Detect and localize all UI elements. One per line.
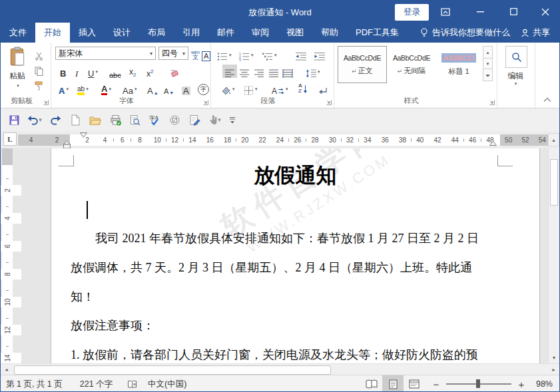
word-count-indicator[interactable]: 221 个字 [80, 379, 113, 390]
underline-button[interactable]: U▾ [88, 65, 98, 78]
style-normal[interactable]: AaBbCcDdE ↵正文 [338, 46, 387, 83]
vertical-scrollbar-thumb[interactable] [550, 159, 558, 206]
align-center-button[interactable] [240, 65, 249, 78]
undo-button[interactable]: ▾ [26, 114, 43, 126]
bullets-button[interactable]: ▾ [217, 48, 232, 61]
subscript-button[interactable]: x2 [129, 65, 136, 78]
first-line-indent-marker[interactable] [80, 132, 87, 138]
superscript-button[interactable]: x2 [146, 65, 153, 78]
tab-mailings[interactable]: 邮件 [208, 23, 243, 43]
paragraph-dialog-launcher[interactable] [326, 99, 332, 105]
scroll-right-button[interactable]: ▸ [548, 364, 559, 375]
tab-references[interactable]: 引用 [174, 23, 208, 43]
spelling-grammar-button[interactable]: 字A [148, 114, 161, 126]
ribbon-display-options-button[interactable] [434, 1, 457, 23]
find-button[interactable] [505, 46, 527, 68]
styles-more-button[interactable]: ▬▾ [483, 69, 493, 81]
zoom-slider[interactable] [446, 383, 511, 385]
paste-button[interactable]: 粘贴 ▾ [5, 47, 30, 96]
vertical-ruler[interactable]: 2468101214 [2, 148, 13, 363]
redo-button[interactable] [49, 114, 62, 126]
horizontal-scrollbar-thumb[interactable] [14, 365, 331, 375]
grow-font-button[interactable]: A▲ [147, 82, 158, 95]
text-effects-button[interactable]: A▾ [59, 82, 69, 95]
tab-layout[interactable]: 布局 [139, 23, 174, 43]
increase-indent-button[interactable] [314, 48, 325, 61]
tab-review[interactable]: 审阅 [243, 23, 278, 43]
collapse-ribbon-button[interactable] [543, 97, 551, 102]
quick-print-button[interactable] [109, 114, 122, 126]
language-indicator[interactable]: 中文(中国) [148, 379, 186, 390]
new-document-button[interactable] [69, 114, 82, 126]
change-case-button[interactable]: Aa▾ [123, 82, 137, 95]
strikethrough-button[interactable]: abc [109, 66, 121, 79]
sort-button[interactable]: AZ [298, 81, 308, 94]
copy-button[interactable] [31, 65, 46, 78]
styles-dialog-launcher[interactable] [489, 99, 495, 105]
distribute-button[interactable] [282, 65, 293, 78]
style-no-spacing[interactable]: AaBbCcDdE ↵无间隔 [390, 46, 433, 83]
style-heading-1[interactable]: AABBCCI 标题 1 [437, 46, 480, 83]
tab-insert[interactable]: 插入 [70, 23, 105, 43]
show-marks-button[interactable] [318, 82, 328, 95]
sign-in-button[interactable]: 登录 [395, 4, 429, 21]
styles-scroll-down-button[interactable]: ▾ [483, 58, 493, 69]
zoom-level[interactable]: 98% [527, 379, 553, 389]
multilevel-list-button[interactable]: ▾ [262, 48, 277, 61]
zoom-slider-thumb[interactable] [476, 379, 480, 388]
read-mode-button[interactable] [361, 375, 382, 392]
tab-pdf-tools[interactable]: PDF工具集 [347, 23, 408, 43]
shading-button[interactable]: ▾ [221, 82, 235, 95]
cut-button[interactable] [31, 49, 46, 63]
edit-document-button[interactable] [188, 114, 201, 126]
align-left-button[interactable] [222, 65, 237, 78]
tab-view[interactable]: 视图 [278, 23, 312, 43]
close-button[interactable] [534, 1, 557, 23]
vertical-scrollbar[interactable]: ▾ [548, 148, 559, 363]
save-button[interactable] [7, 114, 21, 126]
maximize-button[interactable] [502, 1, 525, 23]
borders-button[interactable]: ▾ [244, 82, 258, 95]
web-layout-button[interactable] [404, 375, 425, 392]
print-preview-button[interactable] [128, 114, 141, 126]
italic-button[interactable]: I [75, 65, 78, 78]
tell-me-search[interactable]: 告诉我你想要做什么 [414, 23, 517, 43]
stamp-button[interactable] [168, 114, 181, 126]
highlight-color-button[interactable]: ab▾ [77, 82, 89, 95]
enclose-characters-button[interactable]: 字 [198, 82, 209, 95]
asian-layout-button[interactable]: A ▾ [272, 82, 288, 95]
touch-mouse-mode-button[interactable]: ▾ [206, 114, 224, 126]
tab-design[interactable]: 设计 [105, 23, 139, 43]
scroll-down-button[interactable]: ▾ [549, 352, 559, 363]
decrease-indent-button[interactable] [296, 48, 306, 61]
font-dialog-launcher[interactable] [202, 99, 208, 105]
zoom-out-button[interactable]: − [431, 379, 441, 390]
format-painter-button[interactable] [31, 79, 46, 93]
print-layout-button[interactable] [382, 375, 404, 392]
font-color-button[interactable]: A▾ [101, 82, 111, 95]
numbering-button[interactable]: 123▾ [239, 48, 254, 61]
character-border-button[interactable]: A [202, 48, 210, 61]
minimize-button[interactable] [469, 1, 491, 23]
tab-file[interactable]: 文件 [1, 23, 35, 43]
chevron-down-icon[interactable]: ▾ [497, 81, 535, 87]
character-shading-button[interactable]: A [182, 82, 190, 95]
scroll-left-button[interactable]: ◂ [1, 364, 12, 375]
right-indent-marker[interactable] [489, 140, 497, 146]
proofing-status[interactable] [127, 379, 137, 389]
page-number-indicator[interactable]: 第 1 页, 共 1 页 [6, 379, 63, 390]
clipboard-dialog-launcher[interactable] [43, 99, 49, 105]
line-spacing-button[interactable]: ▾ [306, 65, 320, 78]
tab-stop-selector[interactable]: L [3, 132, 17, 146]
shrink-font-button[interactable]: A▼ [164, 82, 174, 95]
font-name-combo[interactable]: 新宋体▾ [55, 47, 156, 60]
align-right-button[interactable] [254, 65, 264, 78]
justify-button[interactable] [269, 65, 278, 78]
tab-home[interactable]: 开始 [35, 23, 70, 43]
share-button[interactable]: 共享 [517, 23, 559, 43]
horizontal-ruler[interactable]: 42 2468101214161820222426283032343638404… [18, 134, 551, 146]
horizontal-scrollbar[interactable]: ◂ ▸ [1, 363, 559, 375]
font-size-combo[interactable]: 四号▾ [158, 47, 188, 60]
styles-scroll-up-button[interactable]: ▴ [483, 46, 493, 59]
scroll-up-button[interactable]: ▴ [548, 133, 559, 146]
